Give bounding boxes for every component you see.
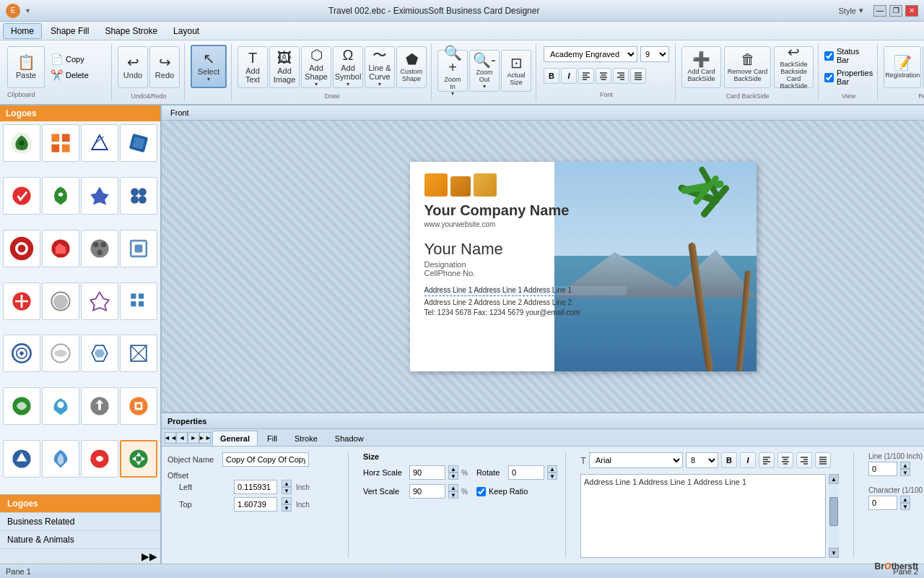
vert-scale-down[interactable]: ▼ (448, 491, 458, 499)
left-input[interactable] (234, 480, 277, 494)
list-item[interactable] (42, 335, 79, 372)
list-item[interactable] (81, 335, 118, 372)
list-item[interactable] (42, 230, 79, 267)
backside-card-button[interactable]: ↩ BackSide Backside Card BackSide (774, 46, 814, 88)
props-nav-last[interactable]: ►► (199, 432, 211, 444)
status-bar-checkbox[interactable] (824, 51, 834, 61)
align-center-button[interactable] (596, 68, 611, 84)
canvas-scroll-area[interactable]: Your Company Name www.yourwebsite.com Yo… (162, 121, 924, 412)
char-spacing-input[interactable] (868, 496, 897, 510)
list-item[interactable] (42, 282, 79, 320)
add-image-button[interactable]: 🖼 Add Image (269, 46, 300, 88)
list-item[interactable] (120, 335, 157, 372)
horz-scale-up[interactable]: ▲ (448, 465, 458, 473)
keep-ratio-label[interactable]: Keep Ratio (476, 487, 528, 496)
list-item[interactable] (81, 387, 118, 425)
scroll-track[interactable] (829, 484, 839, 548)
vert-scale-up[interactable]: ▲ (448, 484, 458, 491)
top-spin-down[interactable]: ▼ (282, 504, 292, 512)
scroll-thumb[interactable] (829, 497, 838, 526)
tab-general[interactable]: General (212, 431, 258, 446)
add-shape-button[interactable]: ⬡ Add Shape ▾ (301, 46, 331, 88)
minimize-button[interactable]: — (873, 5, 886, 17)
props-justify-button[interactable] (815, 452, 831, 468)
list-item[interactable] (81, 440, 118, 478)
font-name-select[interactable]: Academy Engraved Le (544, 46, 637, 62)
scroll-down-arrow[interactable]: ▼ (829, 548, 839, 558)
align-right-button[interactable] (613, 68, 629, 84)
props-nav-next[interactable]: ► (188, 432, 199, 444)
text-area-scrollbar[interactable]: ▲ ▼ (829, 474, 839, 558)
menu-layout[interactable]: Layout (166, 24, 206, 38)
list-item[interactable] (81, 230, 118, 267)
list-item[interactable] (81, 177, 118, 215)
list-item[interactable] (42, 124, 79, 162)
close-button[interactable]: ✕ (905, 5, 918, 17)
object-name-input[interactable] (222, 452, 309, 467)
registration-button[interactable]: 📝 Registration (884, 46, 921, 88)
vert-scale-input[interactable] (409, 484, 445, 499)
horz-scale-input[interactable] (409, 465, 445, 480)
list-item[interactable] (3, 387, 40, 425)
props-nav-prev[interactable]: ◄ (176, 432, 188, 444)
text-content-area[interactable]: Address Line 1 Address Line 1 Address Li… (580, 474, 826, 558)
italic-button[interactable]: I (561, 68, 577, 84)
list-item[interactable] (120, 387, 157, 425)
menu-home[interactable]: Home (3, 23, 42, 39)
props-align-left-button[interactable] (759, 452, 775, 468)
list-item[interactable] (120, 282, 157, 320)
justify-button[interactable] (630, 68, 646, 84)
restore-button[interactable]: ❐ (889, 5, 902, 17)
rotate-down[interactable]: ▼ (547, 473, 557, 480)
delete-button[interactable]: ✂️ Delete (48, 68, 105, 82)
top-input[interactable] (234, 497, 277, 512)
props-nav-first[interactable]: ◄◄ (165, 432, 176, 444)
font-size-select[interactable]: 9 (640, 46, 669, 62)
list-item[interactable] (3, 230, 40, 267)
list-item[interactable] (3, 177, 40, 215)
tab-shadow[interactable]: Shadow (327, 431, 372, 446)
line-spacing-input[interactable] (868, 462, 897, 476)
category-business[interactable]: Business Related (0, 513, 160, 531)
rotate-input[interactable] (508, 465, 544, 480)
remove-card-backside-button[interactable]: 🗑 Remove Card BackSide (724, 46, 771, 88)
bold-button[interactable]: B (544, 68, 559, 84)
char-spacing-up[interactable]: ▲ (900, 496, 910, 503)
zoom-out-button[interactable]: 🔍- Zoom Out ▾ (469, 50, 500, 92)
rotate-spin[interactable]: ▲ ▼ (547, 465, 557, 480)
props-italic-button[interactable]: I (740, 452, 756, 468)
list-item[interactable] (3, 282, 40, 320)
category-logoes[interactable]: Logoes (0, 495, 160, 513)
list-item[interactable] (3, 335, 40, 372)
menu-shape-fill[interactable]: Shape Fill (43, 24, 96, 38)
list-item[interactable] (120, 177, 157, 215)
list-item[interactable] (120, 124, 157, 162)
props-bold-button[interactable]: B (721, 452, 737, 468)
list-item[interactable] (42, 177, 79, 215)
rotate-up[interactable]: ▲ (547, 465, 557, 473)
undo-button[interactable]: ↩ Undo (118, 46, 148, 88)
keep-ratio-checkbox[interactable] (476, 487, 486, 496)
list-item[interactable] (42, 440, 79, 478)
horz-scale-down[interactable]: ▼ (448, 473, 458, 480)
menu-shape-stroke[interactable]: Shape Stroke (97, 24, 165, 38)
list-item[interactable] (42, 387, 79, 425)
scroll-up-arrow[interactable]: ▲ (829, 474, 839, 484)
scroll-more-arrow[interactable]: ▶▶ (0, 549, 160, 564)
props-align-center-button[interactable] (777, 452, 793, 468)
properties-bar-checkbox[interactable] (824, 73, 834, 82)
line-curve-button[interactable]: 〜 Line & Curve ▾ (365, 46, 395, 88)
line-spacing-spin[interactable]: ▲ ▼ (900, 462, 910, 476)
left-spin-down[interactable]: ▼ (282, 487, 292, 494)
char-spacing-down[interactable]: ▼ (900, 503, 910, 510)
redo-button[interactable]: ↪ Redo (149, 46, 180, 88)
align-left-button[interactable] (578, 68, 594, 84)
paste-button[interactable]: 📋 Paste (7, 46, 45, 88)
horz-scale-spin[interactable]: ▲ ▼ (448, 465, 458, 480)
vert-scale-spin[interactable]: ▲ ▼ (448, 484, 458, 499)
list-item[interactable] (81, 124, 118, 162)
props-font-size-select[interactable]: 8 (686, 452, 718, 468)
add-card-backside-button[interactable]: ➕ Add Card BackSide (681, 46, 721, 88)
left-spin[interactable]: ▲ ▼ (282, 480, 292, 494)
props-font-select[interactable]: Arial (589, 452, 683, 468)
